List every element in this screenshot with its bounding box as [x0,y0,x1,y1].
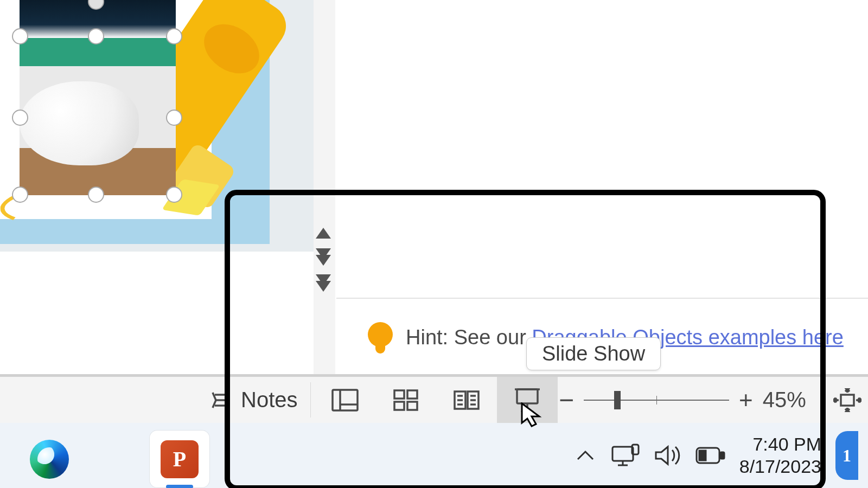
zoom-percent[interactable]: 45% [763,388,806,412]
separator [310,382,311,418]
divider [336,298,868,299]
battery-icon[interactable] [695,446,725,465]
svg-rect-6 [407,402,417,410]
edge-icon [30,440,69,479]
taskbar-time: 7:40 PM [752,433,821,455]
resize-handle-n[interactable] [88,28,104,44]
fit-to-window-icon [833,388,861,412]
taskbar-powerpoint[interactable]: P [150,431,209,487]
slide-sorter-button[interactable] [375,377,436,423]
notes-icon [212,389,233,411]
notes-button[interactable]: Notes [212,377,298,423]
zoom-in-button[interactable]: + [739,387,753,414]
scroll-double-up-icon-2[interactable] [316,255,331,266]
normal-view-icon [331,388,359,412]
svg-rect-25 [720,452,724,459]
notification-count: 1 [843,446,851,466]
zoom-control: − + 45% [559,377,806,423]
zoom-out-button[interactable]: − [559,385,574,415]
zoom-tick [656,396,657,404]
resize-handle-e[interactable] [166,110,182,126]
taskbar-date: 8/17/2023 [739,455,821,478]
svg-rect-0 [333,390,358,410]
reading-view-icon [452,388,481,412]
scroll-down-icon-2[interactable] [316,281,331,292]
powerpoint-icon: P [161,440,199,478]
tray-chevron-up-icon[interactable] [575,447,596,464]
running-indicator [166,485,193,488]
cat-paw [20,81,139,165]
svg-rect-26 [699,451,706,460]
display-settings-icon[interactable] [610,444,640,467]
svg-marker-27 [522,403,539,426]
resize-handle-s[interactable] [88,187,104,203]
fit-to-window-button[interactable] [833,377,861,423]
resize-handle-ne[interactable] [166,28,182,44]
taskbar-clock[interactable]: 7:40 PM 8/17/2023 [739,433,821,478]
powerpoint-letter: P [173,446,186,472]
normal-view-button[interactable] [315,377,375,423]
scroll-up-icon[interactable] [316,228,331,239]
hint-prefix: Hint: See our [406,326,532,349]
tooltip-slide-show: Slide Show [526,337,661,370]
svg-rect-5 [394,402,404,410]
notification-badge[interactable]: 1 [835,431,858,480]
svg-rect-13 [517,389,538,403]
resize-handle-w[interactable] [12,110,28,126]
svg-rect-19 [841,395,854,406]
svg-rect-20 [612,447,633,461]
system-tray: 7:40 PM 8/17/2023 1 [575,423,858,488]
resize-handle-nw[interactable] [12,28,28,44]
taskbar: P 7:40 PM 8/17/2023 1 [0,423,868,488]
vertical-scrollbar[interactable] [314,0,335,374]
resize-handle-sw[interactable] [12,187,28,203]
volume-icon[interactable] [654,444,681,467]
svg-rect-4 [407,390,417,399]
lightbulb-icon [368,322,393,354]
zoom-slider[interactable] [584,400,729,401]
reading-view-button[interactable] [436,377,497,423]
status-bar: Notes − + 45% [0,377,868,423]
notes-label: Notes [241,388,298,412]
slide-sorter-icon [392,388,419,412]
taskbar-edge[interactable] [20,431,79,487]
cursor-icon [521,402,542,428]
svg-rect-3 [394,390,404,399]
resize-handle-se[interactable] [166,187,182,203]
zoom-thumb[interactable] [614,391,621,409]
